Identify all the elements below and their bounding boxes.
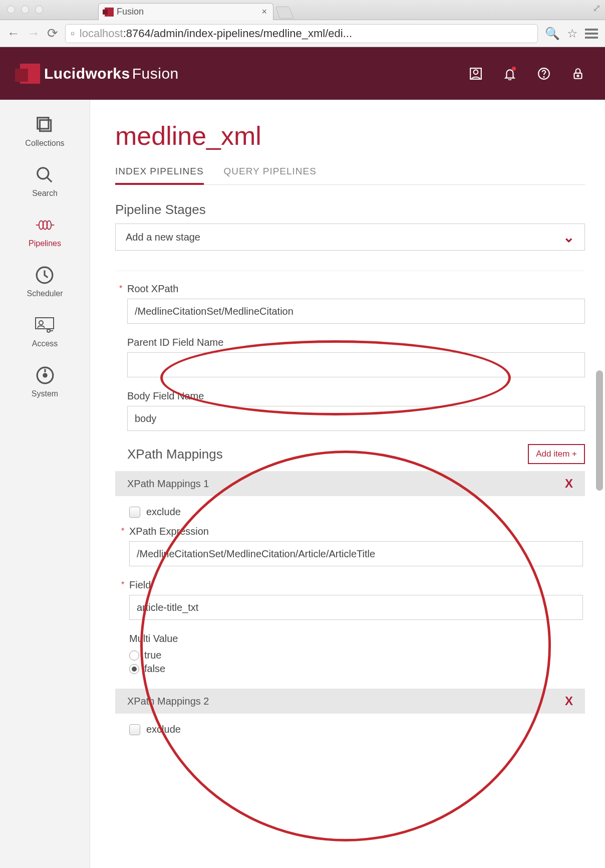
sidebar-item-pipelines[interactable]: Pipelines <box>29 215 61 248</box>
browser-menu-icon[interactable] <box>585 29 598 39</box>
delete-mapping-icon[interactable]: X <box>565 477 573 491</box>
svg-point-5 <box>577 75 578 76</box>
close-window-icon[interactable] <box>7 6 15 14</box>
root-xpath-label: Root XPath <box>127 283 585 295</box>
mapping-header: XPath Mappings 1 X <box>115 471 585 496</box>
system-icon <box>35 365 55 385</box>
app-body: Collections Search Pipelines Scheduler A… <box>0 100 605 868</box>
sidebar-item-system[interactable]: System <box>32 365 58 398</box>
app-header: LucidworksFusion <box>0 47 605 100</box>
sidebar-item-collections[interactable]: Collections <box>25 115 64 148</box>
sidebar-item-label: Collections <box>25 139 64 148</box>
exclude-checkbox[interactable] <box>129 507 140 518</box>
exclude-label: exclude <box>146 724 181 735</box>
close-tab-icon[interactable]: × <box>261 7 267 17</box>
scrollbar[interactable] <box>595 370 604 601</box>
forward-button[interactable]: → <box>27 26 40 41</box>
sidebar-item-label: Search <box>32 189 58 198</box>
exclude-label: exclude <box>146 506 181 518</box>
sidebar-item-label: Access <box>32 339 58 348</box>
help-icon[interactable] <box>537 67 551 81</box>
scrollbar-thumb[interactable] <box>596 370 603 491</box>
user-icon[interactable] <box>469 67 483 81</box>
sidebar-item-access[interactable]: Access <box>32 315 58 348</box>
brand-light: Fusion <box>132 65 179 82</box>
add-stage-label: Add a new stage <box>126 232 200 243</box>
zoom-icon[interactable]: 🔍 <box>545 27 560 41</box>
favicon-icon <box>105 8 114 17</box>
sidebar-item-scheduler[interactable]: Scheduler <box>27 265 63 298</box>
page-icon: ▫ <box>71 27 75 40</box>
multivalue-true-radio[interactable] <box>129 650 139 661</box>
svg-point-14 <box>39 321 43 325</box>
scheduler-icon <box>35 265 55 285</box>
mapping-field-input[interactable] <box>129 595 583 620</box>
svg-rect-4 <box>574 73 581 78</box>
notification-dot-icon <box>512 67 516 71</box>
fullscreen-icon[interactable]: ⤢ <box>592 2 601 14</box>
bookmark-star-icon[interactable]: ☆ <box>567 27 578 41</box>
body-field-label: Body Field Name <box>127 390 585 402</box>
exclude-checkbox[interactable] <box>129 724 140 735</box>
body-field-input[interactable] <box>127 406 585 431</box>
sidebar-item-label: System <box>32 389 58 398</box>
multivalue-label: Multi Value <box>129 633 583 644</box>
browser-window: ⤢ Fusion × ← → ⟳ ▫ localhost:8764/admin/… <box>0 0 605 868</box>
search-icon <box>35 165 55 185</box>
pipeline-stages-title: Pipeline Stages <box>115 202 585 218</box>
parent-id-input[interactable] <box>127 352 585 377</box>
tab-index-pipelines[interactable]: INDEX PIPELINES <box>115 160 204 185</box>
url-host: localhost <box>80 27 123 40</box>
multivalue-false-label: false <box>144 663 165 675</box>
required-star-icon: * <box>121 580 124 589</box>
required-star-icon: * <box>121 527 124 536</box>
mapping-header: XPath Mappings 2 X <box>115 689 585 714</box>
window-controls[interactable] <box>7 6 43 14</box>
multivalue-true-label: true <box>144 649 161 661</box>
notifications-bell-icon[interactable] <box>503 67 517 81</box>
multivalue-false-radio[interactable] <box>129 664 139 674</box>
add-item-button[interactable]: Add item + <box>528 444 585 464</box>
svg-point-3 <box>543 76 544 77</box>
required-star-icon: * <box>119 284 122 293</box>
collections-icon <box>35 115 55 135</box>
logo-icon <box>20 64 40 84</box>
xpath-mapping-1: XPath Mappings 1 X exclude * XPath Expre… <box>115 471 585 682</box>
new-tab-button[interactable] <box>275 7 294 19</box>
xpath-expression-label: XPath Expression <box>129 526 583 537</box>
svg-point-1 <box>474 70 478 74</box>
add-stage-select[interactable]: Add a new stage ⌄ <box>115 224 585 251</box>
sidebar: Collections Search Pipelines Scheduler A… <box>0 100 90 868</box>
parent-id-label: Parent ID Field Name <box>127 337 585 348</box>
tab-title: Fusion <box>117 7 261 17</box>
access-icon <box>35 315 55 335</box>
browser-tab[interactable]: Fusion × <box>98 3 273 20</box>
sidebar-item-label: Scheduler <box>27 289 63 298</box>
root-xpath-input[interactable] <box>127 299 585 324</box>
back-button[interactable]: ← <box>7 26 20 41</box>
pipelines-icon <box>35 215 55 235</box>
minimize-window-icon[interactable] <box>21 6 29 14</box>
svg-point-15 <box>47 329 50 332</box>
url-path: :8764/admin/index-pipelines/medline_xml/… <box>123 27 352 40</box>
svg-point-17 <box>43 374 46 377</box>
tab-query-pipelines[interactable]: QUERY PIPELINES <box>224 160 317 184</box>
brand-bold: Lucidworks <box>44 65 130 82</box>
chevron-down-icon: ⌄ <box>563 229 574 246</box>
brand-text: LucidworksFusion <box>44 65 179 82</box>
lock-icon[interactable] <box>571 67 585 81</box>
mapping-header-label: XPath Mappings 1 <box>127 478 209 490</box>
address-bar[interactable]: ▫ localhost:8764/admin/index-pipelines/m… <box>65 24 538 43</box>
maximize-window-icon[interactable] <box>35 6 43 14</box>
xpath-mapping-2: XPath Mappings 2 X exclude <box>115 689 585 750</box>
browser-toolbar: ← → ⟳ ▫ localhost:8764/admin/index-pipel… <box>0 20 605 47</box>
xpath-expression-input[interactable] <box>129 541 583 566</box>
reload-button[interactable]: ⟳ <box>47 26 58 41</box>
browser-titlebar: Fusion × <box>0 0 605 20</box>
xpath-mappings-title: XPath Mappings <box>127 447 223 462</box>
sidebar-item-label: Pipelines <box>29 239 61 248</box>
sidebar-item-search[interactable]: Search <box>32 165 58 198</box>
mapping-field-label: Field <box>129 579 583 591</box>
delete-mapping-icon[interactable]: X <box>565 694 573 708</box>
pipeline-tabs: INDEX PIPELINES QUERY PIPELINES <box>115 160 585 185</box>
